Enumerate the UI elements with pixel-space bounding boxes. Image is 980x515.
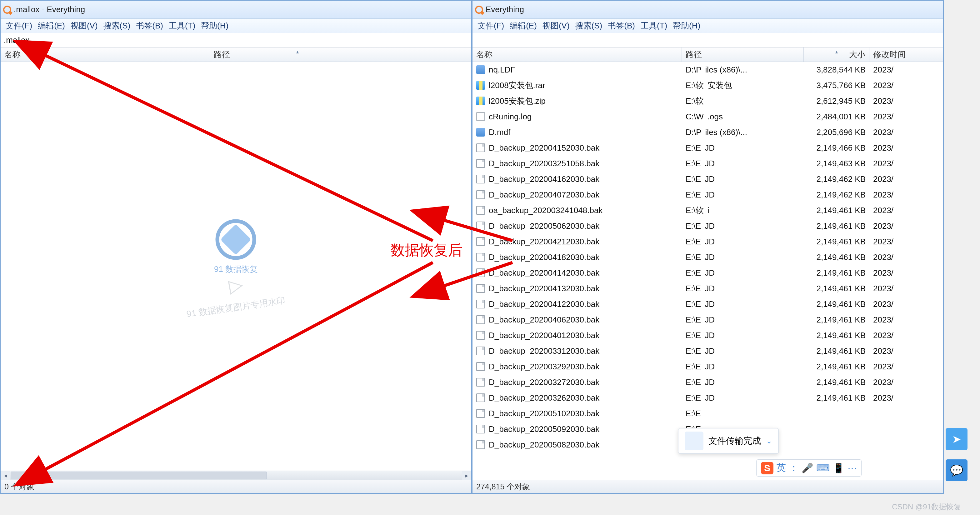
path-suffix: JD xyxy=(705,362,715,372)
path-prefix: E:\E xyxy=(686,143,701,153)
column-headers: 名称 路径▴ xyxy=(1,48,471,62)
table-row[interactable]: cRuning.logC:\W .ogs2,484,001 KB2023/ xyxy=(473,109,943,124)
path-suffix: JD xyxy=(705,221,715,231)
scroll-thumb[interactable] xyxy=(11,472,267,479)
col-size[interactable]: 大小▴ xyxy=(804,48,869,62)
col-date[interactable]: 修改时间 xyxy=(869,48,943,62)
search-input[interactable] xyxy=(476,35,940,45)
microphone-icon[interactable]: 🎤 xyxy=(802,463,813,474)
table-row[interactable]: D_backup_202003292030.bakE:\E JD2,149,46… xyxy=(473,359,943,374)
table-row[interactable]: D_backup_202004142030.bakE:\E JD2,149,46… xyxy=(473,265,943,281)
file-name: D_backup_202003292030.bak xyxy=(489,362,600,372)
device-icon[interactable]: 📱 xyxy=(833,463,845,474)
file-name: D_backup_202004142030.bak xyxy=(489,268,600,278)
table-row[interactable]: D_backup_202004182030.bakE:\E JD2,149,46… xyxy=(473,250,943,265)
float-chat-button[interactable]: 💬 xyxy=(946,459,967,481)
menu-item[interactable]: 文件(F) xyxy=(477,20,504,31)
file-date: 2023/ xyxy=(873,96,893,106)
more-icon[interactable]: ⋯ xyxy=(848,463,857,474)
path-suffix: JD xyxy=(705,253,715,262)
menu-item[interactable]: 编辑(E) xyxy=(38,20,65,31)
table-row[interactable]: D_backup_202005102030.bakE:\E xyxy=(473,405,943,421)
file-name: D_backup_202004182030.bak xyxy=(489,253,600,262)
path-suffix: JD xyxy=(705,346,715,356)
table-row[interactable]: D_backup_202005062030.bakE:\E JD2,149,46… xyxy=(473,218,943,234)
file-date: 2023/ xyxy=(873,143,893,153)
path-suffix: JD xyxy=(705,331,715,340)
file-date: 2023/ xyxy=(873,190,893,200)
table-row[interactable]: D_backup_202004162030.bakE:\E JD2,149,46… xyxy=(473,171,943,187)
path-suffix: JD xyxy=(705,268,715,278)
menu-item[interactable]: 搜索(S) xyxy=(575,20,603,31)
col-name[interactable]: 名称 xyxy=(1,48,210,62)
keyboard-icon[interactable]: ⌨ xyxy=(816,463,830,474)
table-row[interactable]: D_backup_202004122030.bakE:\E JD2,149,46… xyxy=(473,296,943,312)
table-row[interactable]: D_backup_202004132030.bakE:\E JD2,149,46… xyxy=(473,281,943,296)
path-suffix: JD xyxy=(705,284,715,293)
horizontal-scrollbar[interactable]: ◂ ▸ xyxy=(1,470,471,480)
menu-item[interactable]: 视图(V) xyxy=(542,20,570,31)
sogou-logo-icon[interactable]: S xyxy=(761,462,773,474)
file-name: D_backup_202004132030.bak xyxy=(489,284,600,293)
file-size: 3,475,766 KB xyxy=(804,81,869,90)
transfer-popup[interactable]: 文件传输完成 ⌄ xyxy=(678,428,779,454)
menu-item[interactable]: 书签(B) xyxy=(608,20,635,31)
menu-item[interactable]: 帮助(H) xyxy=(673,20,700,31)
table-row[interactable]: nq.LDFD:\P iles (x86)\...3,828,544 KB202… xyxy=(473,62,943,78)
path-prefix: E:\E xyxy=(686,299,701,309)
table-row[interactable]: D_backup_202003272030.bakE:\E JD2,149,46… xyxy=(473,374,943,390)
file-icon xyxy=(476,112,485,121)
table-row[interactable]: D.mdfD:\P iles (x86)\...2,205,696 KB2023… xyxy=(473,124,943,140)
chevron-down-icon[interactable]: ⌄ xyxy=(766,437,772,445)
file-size: 2,149,461 KB xyxy=(804,253,869,262)
table-row[interactable]: D_backup_202003312030.bakE:\E JD2,149,46… xyxy=(473,343,943,359)
menu-item[interactable]: 书签(B) xyxy=(136,20,163,31)
menu-item[interactable]: 视图(V) xyxy=(71,20,98,31)
path-suffix: JD xyxy=(705,299,715,309)
ime-lang[interactable]: 英 xyxy=(776,462,786,474)
scroll-left-button[interactable]: ◂ xyxy=(1,471,10,480)
float-send-button[interactable]: ➤ xyxy=(946,428,967,450)
search-box[interactable] xyxy=(473,33,943,48)
file-size: 2,149,461 KB xyxy=(804,237,869,246)
table-row[interactable]: D_backup_202004012030.bakE:\E JD2,149,46… xyxy=(473,327,943,343)
table-row[interactable]: D_backup_202003251058.bakE:\E JD2,149,46… xyxy=(473,156,943,171)
table-row[interactable]: D_backup_202004152030.bakE:\E JD2,149,46… xyxy=(473,140,943,156)
file-icon xyxy=(476,65,485,74)
titlebar[interactable]: .mallox - Everything xyxy=(1,1,471,19)
menu-item[interactable]: 文件(F) xyxy=(6,20,32,31)
table-row[interactable]: oa_backup_202003241048.bakE:\软 i2,149,46… xyxy=(473,202,943,218)
table-row[interactable]: D_backup_202004072030.bakE:\E JD2,149,46… xyxy=(473,187,943,202)
menu-item[interactable]: 搜索(S) xyxy=(103,20,130,31)
file-name: D_backup_202004152030.bak xyxy=(489,143,600,153)
col-path[interactable]: 路径▴ xyxy=(210,48,385,62)
table-row[interactable]: D_backup_202004062030.bakE:\E JD2,149,46… xyxy=(473,312,943,327)
menu-item[interactable]: 编辑(E) xyxy=(510,20,537,31)
file-name: cRuning.log xyxy=(489,112,531,122)
file-size: 2,149,461 KB xyxy=(804,346,869,356)
file-date: 2023/ xyxy=(873,362,893,372)
search-input[interactable] xyxy=(4,35,468,45)
titlebar[interactable]: Everything xyxy=(473,1,943,19)
search-box[interactable] xyxy=(1,33,471,48)
file-name: l2008安装包.rar xyxy=(489,80,545,91)
col-name[interactable]: 名称 xyxy=(473,48,682,62)
file-icon xyxy=(476,97,485,105)
table-row[interactable]: l2005安装包.zipE:\软 2,612,945 KB2023/ xyxy=(473,93,943,109)
path-suffix: JD xyxy=(705,190,715,200)
file-icon xyxy=(476,222,485,230)
table-row[interactable]: D_backup_202003262030.bakE:\E JD2,149,46… xyxy=(473,390,943,405)
file-size: 2,149,461 KB xyxy=(804,393,869,403)
file-name: D_backup_202005102030.bak xyxy=(489,409,600,418)
ime-punct-icon[interactable]: ： xyxy=(789,462,799,474)
file-name: D_backup_202003251058.bak xyxy=(489,159,600,168)
menu-item[interactable]: 工具(T) xyxy=(169,20,195,31)
file-date: 2023/ xyxy=(873,299,893,309)
table-row[interactable]: l2008安装包.rarE:\软 安装包3,475,766 KB2023/ xyxy=(473,78,943,93)
col-path[interactable]: 路径 xyxy=(682,48,804,62)
ime-toolbar[interactable]: S 英 ： 🎤 ⌨ 📱 ⋯ xyxy=(756,459,862,477)
scroll-right-button[interactable]: ▸ xyxy=(462,471,471,480)
menu-item[interactable]: 工具(T) xyxy=(641,20,667,31)
table-row[interactable]: D_backup_202004212030.bakE:\E JD2,149,46… xyxy=(473,234,943,250)
menu-item[interactable]: 帮助(H) xyxy=(201,20,228,31)
